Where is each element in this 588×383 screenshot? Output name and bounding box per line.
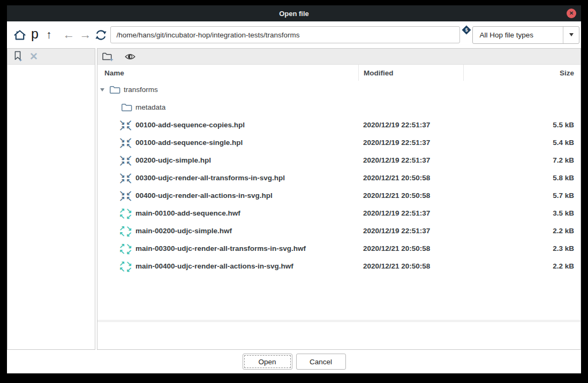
- file-size: 7.2 kB: [463, 156, 581, 164]
- refresh-icon[interactable]: [94, 28, 108, 42]
- file-size: 2.2 kB: [463, 227, 581, 235]
- file-row[interactable]: metadata: [97, 98, 581, 116]
- file-row[interactable]: transforms: [97, 81, 581, 98]
- file-size: 5.8 kB: [463, 174, 581, 182]
- file-modified: 2020/12/21 20:50:58: [358, 244, 463, 252]
- chevron-down-icon: [569, 33, 574, 36]
- name-cell: ↗↘↖↙main-00100-add-sequence.hwf: [97, 208, 358, 219]
- file-modified: 2020/12/19 22:51:37: [358, 139, 463, 147]
- file-row[interactable]: ↘↙↗↖00100-add-sequence-single.hpl2020/12…: [97, 134, 581, 151]
- name-cell: ↘↙↗↖00100-add-sequence-copies.hpl: [97, 119, 358, 131]
- file-modified: 2020/12/21 20:50:58: [358, 174, 463, 182]
- pipeline-icon: ↘↙↗↖: [118, 172, 132, 184]
- home-icon[interactable]: [13, 29, 26, 41]
- workflow-icon: ↗↘↖↙: [118, 208, 132, 219]
- navigation-toolbar: p ↑ ← → $ All Hop file types: [7, 21, 581, 48]
- name-cell: transforms: [97, 85, 358, 94]
- titlebar: Open file ✕: [7, 5, 581, 21]
- workflow-icon: ↗↘↖↙: [118, 225, 132, 237]
- dialog-footer: Open Cancel: [7, 350, 581, 373]
- file-name: 00300-udjc-render-all-transforms-in-svg.…: [135, 174, 285, 182]
- file-type-dropdown[interactable]: All Hop file types: [472, 26, 579, 44]
- file-size: 3.5 kB: [463, 209, 581, 217]
- name-cell: metadata: [97, 103, 358, 112]
- file-row[interactable]: ↗↘↖↙main-00400-udjc-render-all-actions-i…: [97, 257, 581, 275]
- remove-bookmark-icon[interactable]: ✕: [29, 51, 38, 62]
- show-hidden-files-icon[interactable]: [125, 53, 135, 60]
- name-cell: ↘↙↗↖00200-udjc-simple.hpl: [97, 155, 358, 166]
- file-name: main-00200-udjc-simple.hwf: [135, 227, 232, 235]
- workflow-icon: ↗↘↖↙: [118, 243, 132, 255]
- column-header-size[interactable]: Size: [463, 65, 581, 81]
- file-modified: 2020/12/21 20:50:58: [358, 192, 463, 200]
- name-cell: ↗↘↖↙main-00200-udjc-simple.hwf: [97, 225, 358, 237]
- folder-icon: [121, 103, 132, 112]
- column-header-name[interactable]: Name: [97, 65, 358, 81]
- file-name: main-00400-udjc-render-all-actions-in-sv…: [135, 262, 293, 270]
- open-button[interactable]: Open: [243, 354, 292, 370]
- file-row[interactable]: ↗↘↖↙main-00300-udjc-render-all-transform…: [97, 240, 581, 257]
- close-icon: ✕: [569, 11, 574, 16]
- file-size: 5.4 kB: [463, 139, 581, 147]
- open-file-dialog: Open file ✕ p ↑ ← → $: [7, 5, 581, 373]
- file-size: 5.7 kB: [463, 192, 581, 200]
- bookmarks-list: [7, 65, 95, 349]
- file-modified: 2020/12/19 22:51:37: [358, 209, 463, 217]
- file-name: 00400-udjc-render-all-actions-in-svg.hpl: [135, 192, 273, 200]
- panel-divider: [97, 320, 581, 322]
- file-name: 00100-add-sequence-copies.hpl: [135, 121, 245, 129]
- file-row[interactable]: ↘↙↗↖00400-udjc-render-all-actions-in-svg…: [97, 187, 581, 204]
- folder-icon: [109, 85, 120, 94]
- new-folder-icon[interactable]: [102, 51, 114, 62]
- file-name: 00200-udjc-simple.hpl: [135, 156, 211, 164]
- pipeline-icon: ↘↙↗↖: [118, 155, 132, 166]
- bookmarks-panel: ✕: [7, 48, 95, 350]
- name-cell: ↘↙↗↖00300-udjc-render-all-transforms-in-…: [97, 172, 358, 184]
- file-modified: 2020/12/19 22:51:37: [358, 227, 463, 235]
- file-size: 2.2 kB: [463, 262, 581, 270]
- add-bookmark-icon[interactable]: [14, 51, 22, 62]
- expander-icon[interactable]: [100, 88, 104, 94]
- file-row[interactable]: ↘↙↗↖00200-udjc-simple.hpl2020/12/19 22:5…: [97, 151, 581, 169]
- pipeline-icon: ↘↙↗↖: [118, 190, 132, 202]
- file-name: transforms: [124, 86, 158, 94]
- name-cell: ↘↙↗↖00100-add-sequence-single.hpl: [97, 137, 358, 149]
- file-row[interactable]: ↘↙↗↖00100-add-sequence-copies.hpl2020/12…: [97, 116, 581, 134]
- file-browser-toolbar: [97, 49, 581, 65]
- variable-icon: $: [462, 26, 471, 35]
- window-title: Open file: [279, 10, 309, 18]
- name-cell: ↗↘↖↙main-00300-udjc-render-all-transform…: [97, 243, 358, 255]
- name-cell: ↗↘↖↙main-00400-udjc-render-all-actions-i…: [97, 261, 358, 272]
- file-type-selected: All Hop file types: [473, 27, 563, 43]
- file-modified: 2020/12/19 22:51:37: [358, 121, 463, 129]
- dialog-body: ✕: [7, 48, 581, 350]
- name-cell: ↘↙↗↖00400-udjc-render-all-actions-in-svg…: [97, 190, 358, 202]
- file-size: 2.3 kB: [463, 244, 581, 252]
- file-row[interactable]: ↗↘↖↙main-00100-add-sequence.hwf2020/12/1…: [97, 204, 581, 222]
- up-directory-icon[interactable]: ↑: [46, 28, 52, 41]
- path-input[interactable]: [110, 26, 460, 43]
- column-headers: Name Modified Size: [97, 65, 581, 81]
- file-size: 5.5 kB: [463, 121, 581, 129]
- cancel-button[interactable]: Cancel: [296, 354, 346, 370]
- project-home-icon[interactable]: p: [31, 26, 39, 42]
- file-row[interactable]: ↘↙↗↖00300-udjc-render-all-transforms-in-…: [97, 169, 581, 187]
- file-modified: 2020/12/19 22:51:37: [358, 156, 463, 164]
- file-name: main-00100-add-sequence.hwf: [135, 209, 240, 217]
- back-icon[interactable]: ←: [63, 28, 74, 42]
- close-button[interactable]: ✕: [567, 9, 576, 18]
- file-row[interactable]: ↗↘↖↙main-00200-udjc-simple.hwf2020/12/19…: [97, 222, 581, 240]
- dropdown-arrow-button[interactable]: [563, 27, 579, 43]
- file-name: main-00300-udjc-render-all-transforms-in…: [135, 244, 306, 252]
- file-name: metadata: [135, 103, 165, 111]
- file-rows: transformsmetadata↘↙↗↖00100-add-sequence…: [97, 81, 581, 275]
- file-name: 00100-add-sequence-single.hpl: [135, 139, 243, 147]
- file-browser-panel: Name Modified Size transformsmetadata↘↙↗…: [97, 48, 581, 350]
- pipeline-icon: ↘↙↗↖: [118, 137, 132, 149]
- bookmarks-toolbar: ✕: [7, 49, 95, 65]
- column-header-modified[interactable]: Modified: [358, 65, 463, 81]
- forward-icon[interactable]: →: [79, 28, 91, 42]
- workflow-icon: ↗↘↖↙: [118, 261, 132, 272]
- file-modified: 2020/12/21 20:50:58: [358, 262, 463, 270]
- pipeline-icon: ↘↙↗↖: [118, 119, 132, 131]
